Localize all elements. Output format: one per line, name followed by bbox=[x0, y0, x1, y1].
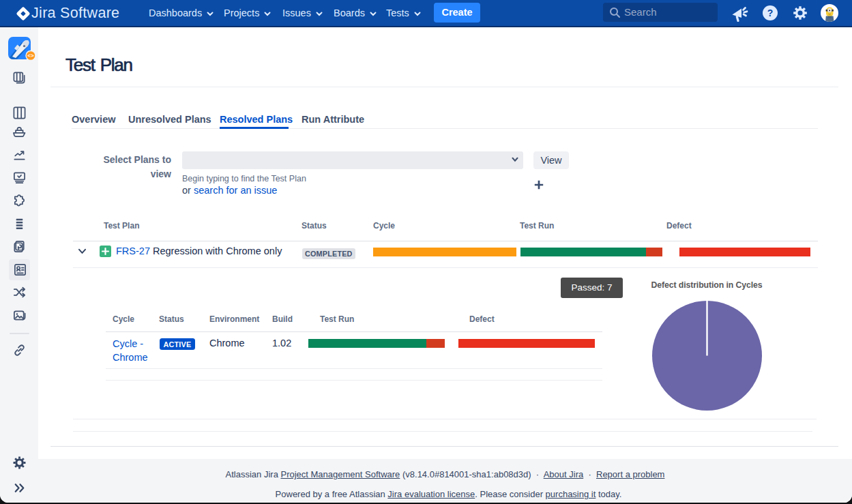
svg-text:<>: <> bbox=[27, 53, 34, 59]
svg-text:?: ? bbox=[767, 8, 774, 18]
